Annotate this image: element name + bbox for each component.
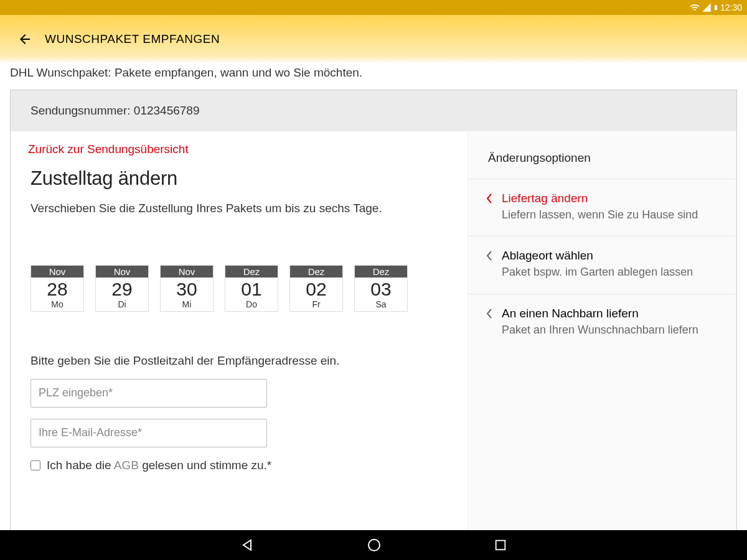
wifi-icon (689, 2, 700, 12)
content-card: Sendungsnummer: 0123456789 Zurück zur Se… (10, 90, 737, 536)
svg-rect-1 (496, 541, 505, 550)
option-item[interactable]: An einen Nachbarn liefernPaket an Ihren … (468, 294, 736, 351)
battery-icon (713, 2, 719, 12)
date-weekday: Mi (161, 299, 213, 311)
option-item[interactable]: Liefertag ändernLiefern lassen, wenn Sie… (468, 179, 736, 236)
option-item[interactable]: Ablageort wählenPaket bspw. im Garten ab… (468, 236, 736, 293)
page-description: Verschieben Sie die Zustellung Ihres Pak… (31, 201, 448, 217)
option-sub: Paket an Ihren Wunschnachbarn liefern (502, 323, 698, 337)
nav-recent-icon[interactable] (494, 538, 507, 552)
chevron-left-icon (486, 193, 494, 222)
date-card[interactable]: Dez01Do (225, 265, 278, 312)
back-button[interactable] (10, 24, 40, 54)
app-bar: WUNSCHPAKET EMPFANGEN (0, 15, 747, 63)
date-picker-row: Nov28MoNov29DiNov30MiDez01DoDez02FrDez03… (31, 265, 448, 312)
date-card[interactable]: Nov28Mo (31, 265, 84, 312)
chevron-left-icon (486, 308, 494, 337)
agb-checkbox[interactable] (31, 460, 40, 470)
agb-link[interactable]: AGB (114, 459, 139, 472)
svg-point-0 (369, 539, 380, 551)
date-month: Nov (96, 266, 148, 278)
agb-text-prefix: Ich habe die (47, 459, 114, 472)
agb-text-suffix: gelesen und stimme zu.* (139, 459, 271, 472)
back-to-overview-link[interactable]: Zurück zur Sendungsübersicht (28, 142, 448, 156)
date-card[interactable]: Nov30Mi (160, 265, 214, 312)
date-weekday: Do (225, 299, 278, 311)
date-weekday: Sa (355, 299, 407, 311)
date-weekday: Fr (290, 299, 342, 311)
shipment-number: 0123456789 (134, 104, 200, 117)
date-month: Dez (290, 266, 342, 278)
date-card[interactable]: Dez03Sa (354, 265, 408, 312)
option-sub: Paket bspw. im Garten ablegen lassen (502, 265, 693, 279)
date-month: Dez (355, 266, 407, 278)
email-input[interactable] (31, 419, 267, 447)
page-subtitle: DHL Wunschpaket: Pakete empfangen, wann … (0, 63, 747, 90)
agb-row: Ich habe die AGB gelesen und stimme zu.* (31, 459, 448, 472)
chevron-left-icon (486, 250, 494, 279)
date-day: 02 (290, 279, 342, 299)
date-weekday: Di (96, 299, 148, 311)
option-label: Ablageort wählen (502, 249, 693, 263)
date-weekday: Mo (31, 299, 83, 311)
date-day: 01 (225, 279, 278, 299)
nav-home-icon[interactable] (367, 538, 382, 553)
arrow-left-icon (17, 32, 32, 47)
options-title: Änderungsoptionen (468, 131, 736, 179)
main-column: Zurück zur Sendungsübersicht Zustelltag … (11, 131, 467, 536)
clock: 12:30 (720, 2, 742, 12)
plz-input[interactable] (31, 379, 267, 408)
option-label: An einen Nachbarn liefern (502, 307, 698, 320)
option-sub: Liefern lassen, wenn Sie zu Hause sind (502, 208, 698, 222)
page-heading: Zustelltag ändern (31, 167, 448, 190)
option-label: Liefertag ändern (502, 192, 698, 205)
date-month: Nov (31, 266, 83, 278)
date-month: Dez (225, 266, 278, 278)
date-day: 30 (161, 279, 213, 299)
android-status-bar: 12:30 (0, 0, 747, 15)
date-card[interactable]: Nov29Di (95, 265, 149, 312)
date-month: Nov (161, 266, 213, 278)
shipment-header: Sendungsnummer: 0123456789 (11, 90, 736, 131)
date-day: 28 (31, 279, 83, 299)
date-day: 29 (96, 279, 148, 299)
app-bar-title: WUNSCHPAKET EMPFANGEN (45, 32, 220, 46)
plz-prompt: Bitte geben Sie die Postleitzahl der Emp… (31, 354, 448, 368)
shipment-label: Sendungsnummer: (31, 104, 131, 117)
date-card[interactable]: Dez02Fr (289, 265, 343, 312)
nav-back-icon[interactable] (240, 538, 255, 553)
signal-icon (702, 2, 712, 12)
options-sidebar: Änderungsoptionen Liefertag ändernLiefer… (467, 131, 736, 536)
android-nav-bar (0, 530, 747, 560)
date-day: 03 (355, 279, 407, 299)
